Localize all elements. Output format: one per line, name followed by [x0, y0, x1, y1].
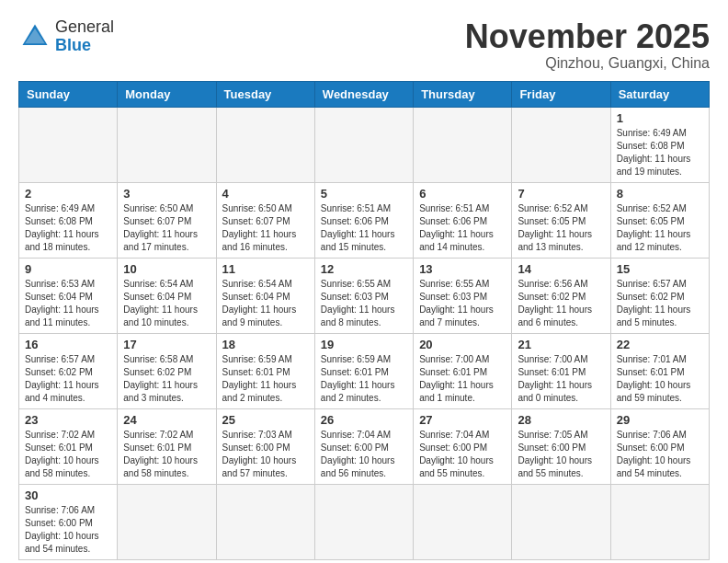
calendar-cell: 11Sunrise: 6:54 AMSunset: 6:04 PMDayligh… [216, 258, 314, 333]
day-number: 2 [25, 187, 111, 201]
day-number: 17 [123, 338, 210, 351]
day-number: 30 [25, 488, 111, 502]
day-info: Sunrise: 6:55 AMSunset: 6:03 PMDaylight:… [321, 278, 407, 329]
day-info: Sunrise: 7:00 AMSunset: 6:01 PMDaylight:… [518, 353, 604, 405]
weekday-header: Sunday [19, 81, 118, 107]
calendar-cell: 16Sunrise: 6:57 AMSunset: 6:02 PMDayligh… [19, 333, 118, 408]
day-number: 29 [617, 413, 703, 427]
day-number: 20 [419, 338, 506, 351]
day-number: 1 [617, 111, 703, 125]
calendar-cell [19, 107, 118, 182]
calendar-week-row: 16Sunrise: 6:57 AMSunset: 6:02 PMDayligh… [19, 333, 710, 408]
day-number: 11 [222, 262, 309, 276]
logo: General Blue [18, 18, 114, 55]
day-number: 12 [321, 262, 407, 276]
day-info: Sunrise: 6:57 AMSunset: 6:02 PMDaylight:… [617, 278, 703, 329]
location: Qinzhou, Guangxi, China [465, 55, 710, 72]
day-number: 24 [123, 413, 210, 427]
day-info: Sunrise: 6:55 AMSunset: 6:03 PMDaylight:… [419, 278, 506, 329]
day-info: Sunrise: 6:58 AMSunset: 6:02 PMDaylight:… [123, 353, 210, 405]
calendar-cell: 9Sunrise: 6:53 AMSunset: 6:04 PMDaylight… [19, 258, 118, 333]
day-number: 23 [25, 413, 111, 427]
day-number: 19 [321, 338, 407, 351]
calendar-cell: 29Sunrise: 7:06 AMSunset: 6:00 PMDayligh… [610, 408, 709, 484]
calendar-cell: 20Sunrise: 7:00 AMSunset: 6:01 PMDayligh… [414, 333, 512, 408]
day-number: 13 [419, 262, 506, 276]
weekday-header: Thursday [414, 81, 512, 107]
day-number: 8 [617, 187, 703, 201]
calendar-cell [512, 107, 610, 182]
day-number: 16 [25, 338, 111, 351]
calendar-header-row: SundayMondayTuesdayWednesdayThursdayFrid… [19, 81, 710, 107]
day-number: 14 [518, 262, 604, 276]
calendar-cell: 22Sunrise: 7:01 AMSunset: 6:01 PMDayligh… [610, 333, 709, 408]
day-number: 18 [222, 338, 309, 351]
day-info: Sunrise: 6:52 AMSunset: 6:05 PMDaylight:… [518, 202, 604, 254]
title-block: November 2025 Qinzhou, Guangxi, China [465, 18, 710, 72]
day-info: Sunrise: 7:04 AMSunset: 6:00 PMDaylight:… [419, 429, 506, 480]
calendar-cell: 24Sunrise: 7:02 AMSunset: 6:01 PMDayligh… [118, 408, 216, 484]
calendar-cell: 6Sunrise: 6:51 AMSunset: 6:06 PMDaylight… [414, 182, 512, 258]
weekday-header: Saturday [610, 81, 709, 107]
calendar-cell [414, 107, 512, 182]
calendar-cell [314, 107, 413, 182]
calendar-cell: 21Sunrise: 7:00 AMSunset: 6:01 PMDayligh… [512, 333, 610, 408]
calendar-cell: 28Sunrise: 7:05 AMSunset: 6:00 PMDayligh… [512, 408, 610, 484]
day-number: 15 [617, 262, 703, 276]
logo-icon [18, 20, 51, 53]
day-info: Sunrise: 6:56 AMSunset: 6:02 PMDaylight:… [518, 278, 604, 329]
day-number: 9 [25, 262, 111, 276]
day-info: Sunrise: 7:04 AMSunset: 6:00 PMDaylight:… [321, 429, 407, 480]
calendar-cell: 5Sunrise: 6:51 AMSunset: 6:06 PMDaylight… [314, 182, 413, 258]
calendar-cell: 8Sunrise: 6:52 AMSunset: 6:05 PMDaylight… [610, 182, 709, 258]
calendar-cell: 13Sunrise: 6:55 AMSunset: 6:03 PMDayligh… [414, 258, 512, 333]
month-title: November 2025 [465, 18, 710, 55]
day-number: 28 [518, 413, 604, 427]
logo-text: General Blue [55, 18, 114, 55]
day-info: Sunrise: 6:49 AMSunset: 6:08 PMDaylight:… [617, 127, 703, 178]
weekday-header: Tuesday [216, 81, 314, 107]
calendar-cell [118, 107, 216, 182]
calendar-table: SundayMondayTuesdayWednesdayThursdayFrid… [18, 81, 710, 560]
day-info: Sunrise: 7:02 AMSunset: 6:01 PMDaylight:… [25, 429, 111, 480]
calendar-cell [512, 484, 610, 559]
calendar-cell: 23Sunrise: 7:02 AMSunset: 6:01 PMDayligh… [19, 408, 118, 484]
day-number: 3 [123, 187, 210, 201]
day-info: Sunrise: 6:52 AMSunset: 6:05 PMDaylight:… [617, 202, 703, 254]
calendar-week-row: 9Sunrise: 6:53 AMSunset: 6:04 PMDaylight… [19, 258, 710, 333]
day-info: Sunrise: 7:01 AMSunset: 6:01 PMDaylight:… [617, 353, 703, 405]
calendar-week-row: 1Sunrise: 6:49 AMSunset: 6:08 PMDaylight… [19, 107, 710, 182]
weekday-header: Friday [512, 81, 610, 107]
calendar-cell: 12Sunrise: 6:55 AMSunset: 6:03 PMDayligh… [314, 258, 413, 333]
day-info: Sunrise: 6:51 AMSunset: 6:06 PMDaylight:… [419, 202, 506, 254]
calendar-cell: 14Sunrise: 6:56 AMSunset: 6:02 PMDayligh… [512, 258, 610, 333]
weekday-header: Wednesday [314, 81, 413, 107]
day-info: Sunrise: 6:53 AMSunset: 6:04 PMDaylight:… [25, 278, 111, 329]
day-info: Sunrise: 6:49 AMSunset: 6:08 PMDaylight:… [25, 202, 111, 254]
calendar-cell: 7Sunrise: 6:52 AMSunset: 6:05 PMDaylight… [512, 182, 610, 258]
calendar-cell: 2Sunrise: 6:49 AMSunset: 6:08 PMDaylight… [19, 182, 118, 258]
day-number: 22 [617, 338, 703, 351]
page-header: General Blue November 2025 Qinzhou, Guan… [18, 18, 710, 72]
calendar-cell: 18Sunrise: 6:59 AMSunset: 6:01 PMDayligh… [216, 333, 314, 408]
calendar-cell: 15Sunrise: 6:57 AMSunset: 6:02 PMDayligh… [610, 258, 709, 333]
weekday-header: Monday [118, 81, 216, 107]
day-number: 21 [518, 338, 604, 351]
calendar-cell [216, 484, 314, 559]
calendar-cell [118, 484, 216, 559]
day-info: Sunrise: 7:06 AMSunset: 6:00 PMDaylight:… [25, 504, 111, 556]
day-number: 10 [123, 262, 210, 276]
calendar-cell: 27Sunrise: 7:04 AMSunset: 6:00 PMDayligh… [414, 408, 512, 484]
day-number: 7 [518, 187, 604, 201]
day-number: 4 [222, 187, 309, 201]
day-info: Sunrise: 7:00 AMSunset: 6:01 PMDaylight:… [419, 353, 506, 405]
calendar-cell: 10Sunrise: 6:54 AMSunset: 6:04 PMDayligh… [118, 258, 216, 333]
day-info: Sunrise: 6:50 AMSunset: 6:07 PMDaylight:… [222, 202, 309, 254]
calendar-week-row: 23Sunrise: 7:02 AMSunset: 6:01 PMDayligh… [19, 408, 710, 484]
day-info: Sunrise: 7:03 AMSunset: 6:00 PMDaylight:… [222, 429, 309, 480]
day-info: Sunrise: 6:59 AMSunset: 6:01 PMDaylight:… [321, 353, 407, 405]
day-info: Sunrise: 7:02 AMSunset: 6:01 PMDaylight:… [123, 429, 210, 480]
calendar-cell: 1Sunrise: 6:49 AMSunset: 6:08 PMDaylight… [610, 107, 709, 182]
day-number: 26 [321, 413, 407, 427]
calendar-week-row: 30Sunrise: 7:06 AMSunset: 6:00 PMDayligh… [19, 484, 710, 559]
